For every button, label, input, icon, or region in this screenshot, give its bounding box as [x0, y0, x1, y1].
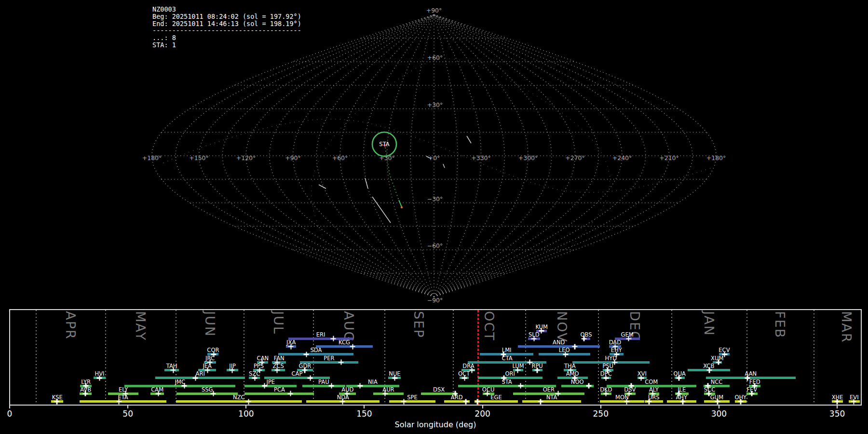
month-boundary-line [525, 310, 526, 405]
peak-marker-DRA [469, 367, 475, 373]
peak-marker-NDA [340, 399, 345, 404]
peak-marker-SDA [304, 352, 309, 357]
peak-marker-SLD [531, 336, 537, 341]
peak-marker-KSE [54, 399, 60, 404]
peak-marker-SPE [401, 399, 407, 404]
shower-label-SDA: SDA [311, 347, 322, 353]
peak-marker-GUM [715, 399, 720, 404]
shower-label-PER: PER [324, 355, 334, 362]
shower-label-ARD: ARD [451, 394, 463, 401]
peak-marker-XUM [716, 360, 721, 365]
shower-label-COM: COM [645, 379, 658, 385]
peak-marker-EVI [851, 399, 856, 404]
x-tick [9, 406, 10, 408]
month-label: FEB [773, 311, 787, 339]
shower-label-JPE: JPE [266, 379, 275, 385]
shower-label-NTA: NTA [546, 394, 557, 401]
peak-marker-JEA [205, 367, 210, 373]
peak-marker-GEM [626, 336, 631, 341]
peak-marker-OHY [738, 399, 744, 404]
shower-label-SPE: SPE [407, 394, 418, 401]
peak-marker-FEV [749, 391, 755, 396]
peak-marker-JIP [230, 367, 235, 373]
peak-marker-ARD [463, 399, 468, 404]
peak-marker-XVI [638, 375, 644, 380]
peak-marker-GDR [302, 367, 307, 373]
x-tick-label: 50 [122, 409, 133, 419]
month-boundary-line [36, 310, 37, 405]
x-tick-label: 350 [829, 409, 845, 419]
peak-marker-PCA [288, 391, 293, 396]
peak-marker-LEO [563, 352, 568, 357]
peak-marker-ERI [331, 336, 336, 341]
month-boundary-line [313, 310, 314, 405]
peak-marker-AHY [680, 399, 685, 404]
peak-marker-XHE [835, 399, 840, 404]
peak-marker-AUR [382, 391, 388, 396]
x-tick-label: 300 [711, 409, 727, 419]
activity-timeline-chart: Solar longitude (deg) APRMAYJUNJULAUGSEP… [0, 0, 868, 434]
x-tick-label: 200 [475, 409, 490, 419]
peak-marker-PAU [329, 383, 334, 389]
shower-label-STA: STA [502, 379, 512, 385]
shower-label-DSX: DSX [433, 386, 445, 393]
peak-marker-CAP [308, 375, 313, 380]
peak-marker-OCU [485, 391, 490, 396]
x-tick [719, 406, 719, 408]
shower-label-CAP: CAP [292, 370, 303, 377]
x-tick [600, 406, 601, 408]
x-tick [127, 406, 128, 408]
x-tick-label: 150 [356, 409, 372, 419]
shower-label-PCA: PCA [274, 386, 285, 393]
peak-marker-JMC [182, 383, 187, 389]
month-label: MAR [839, 311, 854, 343]
peak-marker-STA [518, 383, 523, 389]
peak-marker-NUE [392, 375, 397, 380]
peak-marker-RPU [534, 367, 540, 373]
month-boundary-line [244, 310, 244, 405]
peak-marker-AVB [82, 391, 88, 396]
month-label: SEP [411, 311, 426, 338]
peak-marker-QUA [677, 375, 682, 380]
month-label: JUN [203, 311, 217, 337]
shower-label-AND: AND [553, 339, 565, 346]
shower-label-NCC: NCC [711, 379, 723, 385]
app-window: STA+180°+150°+120°+90°+60°+30°+0°+330°+3… [0, 0, 868, 434]
month-boundary-line [105, 310, 106, 405]
peak-marker-KCG [350, 344, 355, 349]
peak-marker-ETA [116, 399, 122, 404]
month-boundary-line [598, 310, 599, 405]
month-boundary-line [176, 310, 176, 405]
peak-marker-LUM [515, 367, 520, 373]
peak-marker-AND [572, 344, 577, 349]
peak-marker-ARI [193, 375, 198, 380]
x-tick-label: 250 [593, 409, 609, 419]
peak-marker-NTA [538, 399, 543, 404]
peak-marker-OBS [581, 336, 586, 341]
peak-marker-SSG [211, 391, 216, 396]
peak-marker-PER [339, 360, 344, 365]
month-label: JUL [271, 311, 286, 335]
peak-marker-SZC [252, 375, 258, 380]
shower-label-NZC: NZC [233, 394, 245, 401]
peak-marker-OCT [462, 375, 467, 380]
month-boundary-line [814, 310, 814, 405]
x-axis-title: Solar longitude (deg) [395, 420, 476, 429]
peak-marker-JPE [262, 383, 267, 389]
month-label: NOV [555, 311, 570, 342]
peak-marker-EGE [475, 399, 480, 404]
peak-marker-TAH [171, 367, 176, 373]
peak-marker-DPC [603, 375, 609, 380]
peak-marker-NOO [586, 383, 591, 389]
month-label: MAY [133, 311, 148, 341]
shower-label-KCG: KCG [339, 339, 350, 346]
x-tick [364, 406, 365, 408]
month-label: JAN [702, 311, 717, 336]
shower-label-EGE: EGE [490, 394, 502, 401]
peak-marker-URS [646, 399, 651, 404]
shower-label-OER: OER [543, 386, 555, 393]
peak-marker-NIA [357, 383, 363, 389]
peak-marker-DKD [603, 391, 609, 396]
shower-label-ERI: ERI [316, 331, 326, 338]
x-tick [245, 406, 246, 408]
